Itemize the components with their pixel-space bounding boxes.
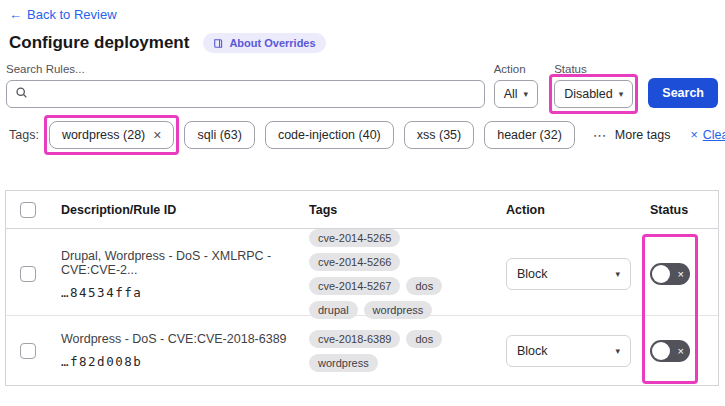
tag-chip-wordpress[interactable]: wordpress (28) × [49,121,175,149]
tag-chip-code-injection[interactable]: code-injection (40) [265,121,394,149]
more-tags-label: More tags [615,128,671,142]
rule-tag-pill: drupal [309,301,358,319]
table-row: Wordpress - DoS - CVE:CVE-2018-6389 …f82… [6,315,718,385]
select-all-checkbox[interactable] [20,202,36,218]
status-toggle[interactable]: × [650,263,690,285]
tag-chip-xss[interactable]: xss (35) [404,121,474,149]
more-tags-button[interactable]: ⋯ More tags [593,127,671,143]
tag-chip-label: wordpress (28) [62,128,145,142]
rule-tag-pill: wordpress [364,301,433,319]
rule-tag-pill: cve-2014-5266 [309,253,400,271]
column-header-status: Status [646,203,718,217]
search-button[interactable]: Search [648,78,718,108]
column-header-description: Description/Rule ID [56,203,309,217]
tag-chip-header[interactable]: header (32) [484,121,575,149]
chevron-down-icon: ▾ [615,346,620,356]
rules-table: Description/Rule ID Tags Action Status D… [5,190,719,386]
rule-tag-pill: cve-2018-6389 [309,330,400,348]
status-filter-value: Disabled [564,87,613,101]
table-header-row: Description/Rule ID Tags Action Status [6,191,718,229]
tags-bar-label: Tags: [9,128,39,142]
tags-bar: Tags: wordpress (28) × sqli (63) code-in… [9,121,719,149]
chevron-down-icon: ▾ [619,89,624,99]
tag-chip-sqli[interactable]: sqli (63) [184,121,254,149]
rule-id: …84534ffa [61,285,299,300]
row-checkbox[interactable] [20,343,36,359]
rule-tag-pill: cve-2014-5267 [309,277,400,295]
status-filter-dropdown[interactable]: Disabled ▾ [554,80,633,108]
action-select[interactable]: Block ▾ [506,258,631,290]
chevron-down-icon: ▾ [615,269,620,279]
page-title: Configure deployment [9,33,189,53]
action-select-value: Block [517,344,548,358]
rule-tag-pill: dos [406,330,442,348]
close-icon: × [678,269,684,280]
search-rules-label: Search Rules... [6,63,485,75]
search-rules-input[interactable] [34,87,476,101]
action-select[interactable]: Block ▾ [506,335,631,367]
close-icon: × [678,345,684,356]
about-overrides-label: About Overrides [229,37,315,49]
status-filter-label: Status [554,63,633,75]
action-filter-value: All [504,87,518,101]
rule-tag-pill: cve-2014-5265 [309,229,400,247]
close-icon[interactable]: × [153,128,161,142]
filter-bar: Search Rules... Action All ▾ Status [6,63,718,108]
rule-tag-pill: wordpress [309,354,378,372]
chevron-down-icon: ▾ [524,89,529,99]
toggle-knob [652,342,670,360]
back-link-label: Back to Review [27,7,117,22]
back-arrow-icon: ← [9,7,22,22]
toggle-knob [652,265,670,283]
configure-deployment-page: ← Back to Review Configure deployment Ab… [0,0,725,406]
rule-tag-pill: dos [406,277,442,295]
rule-tags: cve-2014-5265 cve-2014-5266 cve-2014-526… [309,229,506,319]
action-select-value: Block [517,267,548,281]
title-row: Configure deployment About Overrides [9,33,326,53]
back-to-review-link[interactable]: ← Back to Review [9,7,117,22]
ellipsis-icon: ⋯ [593,127,608,143]
book-icon [213,38,224,49]
table-row: Drupal, Wordpress - DoS - XMLRPC - CVE:C… [6,229,718,315]
column-header-action: Action [506,203,646,217]
clear-tags-label: Clear tags [703,128,725,142]
annotation-highlight-wordpress-chip: wordpress (28) × [49,121,175,149]
action-filter-dropdown[interactable]: All ▾ [494,80,538,108]
rule-description: Wordpress - DoS - CVE:CVE-2018-6389 [61,332,299,346]
clear-tags-link[interactable]: × Clear tags [690,128,725,142]
search-rules-box [6,80,485,108]
status-toggle[interactable]: × [650,340,690,362]
rule-id: …f82d008b [61,354,299,369]
rule-description: Drupal, Wordpress - DoS - XMLRPC - CVE:C… [61,249,299,277]
annotation-highlight-status-filter: Disabled ▾ [554,80,633,108]
action-filter-label: Action [494,63,538,75]
rule-tags: cve-2018-6389 dos wordpress [309,330,506,372]
search-icon [15,85,28,103]
column-header-tags: Tags [309,203,506,217]
about-overrides-badge[interactable]: About Overrides [203,33,325,53]
close-icon: × [690,128,697,142]
row-checkbox[interactable] [20,266,36,282]
